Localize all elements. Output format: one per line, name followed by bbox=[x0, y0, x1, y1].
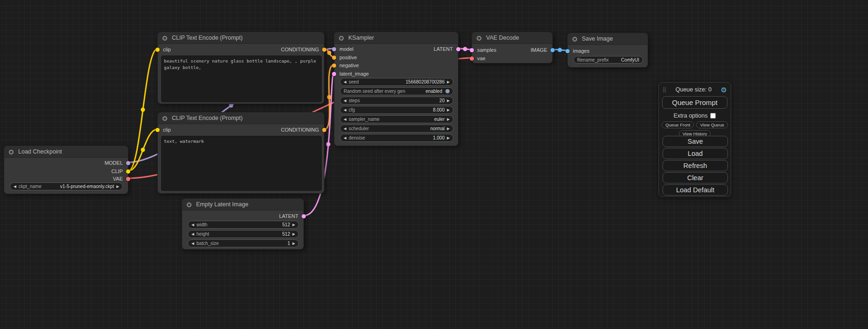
latent-image-input-dot[interactable] bbox=[332, 72, 336, 76]
node-title-bar[interactable]: Load Checkpoint bbox=[4, 146, 128, 158]
node-clip-text-encode-positive[interactable]: CLIP Text Encode (Prompt) clip CONDITION… bbox=[157, 32, 325, 104]
node-clip-text-encode-negative[interactable]: CLIP Text Encode (Prompt) clip CONDITION… bbox=[157, 112, 325, 194]
steps-widget[interactable]: ◀ steps 20 ▶ bbox=[340, 97, 453, 105]
height-widget[interactable]: ◀ height 512 ▶ bbox=[188, 230, 299, 238]
increment-arrow-icon[interactable]: ▶ bbox=[447, 99, 450, 103]
increment-arrow-icon[interactable]: ▶ bbox=[447, 127, 450, 131]
filename-prefix-widget[interactable]: filename_prefix ComfyUI bbox=[573, 56, 643, 63]
vae-input-dot[interactable] bbox=[470, 56, 474, 61]
negative-input-dot[interactable] bbox=[332, 63, 336, 68]
widget-value: 156680208700286 bbox=[406, 79, 445, 84]
vae-output-dot[interactable] bbox=[126, 177, 130, 181]
decrement-arrow-icon[interactable]: ◀ bbox=[344, 99, 346, 103]
node-title-bar[interactable]: CLIP Text Encode (Prompt) bbox=[157, 112, 325, 124]
queue-prompt-button[interactable]: Queue Prompt bbox=[662, 96, 727, 109]
node-title: CLIP Text Encode (Prompt) bbox=[172, 112, 243, 124]
clear-button[interactable]: Clear bbox=[663, 172, 728, 183]
decrement-arrow-icon[interactable]: ◀ bbox=[344, 127, 346, 131]
decrement-arrow-icon[interactable]: ◀ bbox=[344, 118, 346, 121]
queue-front-button[interactable]: Queue Front bbox=[662, 121, 694, 128]
node-title-bar[interactable]: Save Image bbox=[567, 33, 648, 45]
model-input-dot[interactable] bbox=[332, 47, 336, 51]
node-title-bar[interactable]: CLIP Text Encode (Prompt) bbox=[157, 32, 325, 44]
node-collapse-dot[interactable] bbox=[162, 116, 167, 121]
increment-arrow-icon[interactable]: ▶ bbox=[116, 185, 119, 189]
negative-prompt-textarea[interactable]: text, watermark bbox=[161, 136, 322, 191]
samples-input-dot[interactable] bbox=[470, 48, 474, 52]
width-widget[interactable]: ◀ width 512 ▶ bbox=[188, 221, 299, 229]
load-button[interactable]: Load bbox=[663, 148, 728, 159]
node-title-bar[interactable]: KSampler bbox=[334, 32, 459, 44]
increment-arrow-icon[interactable]: ▶ bbox=[447, 136, 450, 140]
increment-arrow-icon[interactable]: ▶ bbox=[447, 118, 450, 121]
decrement-arrow-icon[interactable]: ◀ bbox=[191, 242, 194, 245]
clip-input-dot[interactable] bbox=[155, 128, 160, 132]
positive-prompt-textarea[interactable]: beautiful scenery nature glass bottle la… bbox=[161, 56, 322, 102]
wire-clip-positive bbox=[128, 49, 157, 171]
decrement-arrow-icon[interactable]: ◀ bbox=[14, 185, 16, 189]
node-empty-latent-image[interactable]: Empty Latent Image LATENT ◀ width 512 ▶ … bbox=[182, 198, 304, 250]
widget-label: ckpt_name bbox=[19, 184, 42, 189]
node-title-bar[interactable]: Empty Latent Image bbox=[182, 198, 304, 210]
increment-arrow-icon[interactable]: ▶ bbox=[447, 108, 450, 112]
save-button[interactable]: Save bbox=[663, 136, 728, 147]
node-collapse-dot[interactable] bbox=[339, 36, 344, 41]
positive-input-dot[interactable] bbox=[332, 56, 336, 60]
node-collapse-dot[interactable] bbox=[477, 36, 481, 41]
widget-label: width bbox=[197, 222, 207, 227]
view-queue-button[interactable]: View Queue bbox=[696, 121, 728, 128]
latent-image-input-slot: latent_image bbox=[332, 70, 369, 77]
denoise-widget[interactable]: ◀ denoise 1.000 ▶ bbox=[340, 134, 453, 142]
decrement-arrow-icon[interactable]: ◀ bbox=[191, 232, 194, 236]
widget-value: 1.000 bbox=[433, 135, 445, 140]
sampler-name-widget[interactable]: ◀ sampler_name euler ▶ bbox=[340, 115, 453, 123]
increment-arrow-icon[interactable]: ▶ bbox=[292, 223, 295, 227]
latent-output-dot[interactable] bbox=[456, 47, 460, 51]
drag-handle-icon[interactable]: ⣿ bbox=[663, 87, 666, 93]
widget-label: height bbox=[197, 231, 209, 237]
latent-output-dot[interactable] bbox=[302, 214, 306, 218]
node-collapse-dot[interactable] bbox=[187, 203, 191, 207]
image-output-dot[interactable] bbox=[550, 48, 555, 52]
link-midpoint-dot bbox=[141, 108, 145, 112]
clip-output-dot[interactable] bbox=[126, 169, 130, 174]
toggle-indicator-dot[interactable] bbox=[445, 89, 450, 93]
queue-actions-row: Queue Front View Queue bbox=[659, 121, 731, 128]
load-default-button[interactable]: Load Default bbox=[663, 184, 728, 196]
clip-input-dot[interactable] bbox=[155, 48, 160, 52]
increment-arrow-icon[interactable]: ▶ bbox=[292, 232, 295, 236]
decrement-arrow-icon[interactable]: ◀ bbox=[344, 136, 346, 140]
decrement-arrow-icon[interactable]: ◀ bbox=[191, 223, 194, 227]
conditioning-output-dot[interactable] bbox=[322, 48, 326, 52]
batch-size-widget[interactable]: ◀ batch_size 1 ▶ bbox=[188, 239, 299, 247]
increment-arrow-icon[interactable]: ▶ bbox=[292, 242, 295, 245]
widget-value: 512 bbox=[282, 231, 290, 237]
extra-options-checkbox[interactable] bbox=[710, 113, 716, 119]
node-collapse-dot[interactable] bbox=[572, 37, 577, 42]
ckpt-name-widget[interactable]: ◀ ckpt_name v1-5-pruned-emaonly.ckpt ▶ bbox=[10, 182, 123, 190]
refresh-button[interactable]: Refresh bbox=[663, 160, 728, 171]
cfg-widget[interactable]: ◀ cfg 8.000 ▶ bbox=[340, 106, 453, 114]
node-ksampler[interactable]: KSampler model positive negative latent_… bbox=[334, 32, 459, 146]
settings-gear-icon[interactable]: ⚙ bbox=[721, 86, 727, 93]
seed-widget[interactable]: ◀ seed 156680208700286 ▶ bbox=[340, 78, 453, 86]
node-save-image[interactable]: Save Image images filename_prefix ComfyU… bbox=[567, 33, 648, 68]
node-title-bar[interactable]: VAE Decode bbox=[472, 32, 553, 44]
increment-arrow-icon[interactable]: ▶ bbox=[447, 80, 450, 84]
conditioning-output-dot[interactable] bbox=[322, 128, 326, 132]
widget-value: v1-5-pruned-emaonly.ckpt bbox=[60, 184, 114, 189]
node-vae-decode[interactable]: VAE Decode samples vae IMAGE bbox=[472, 32, 553, 63]
node-load-checkpoint[interactable]: Load Checkpoint MODEL CLIP VAE ◀ ckpt_na… bbox=[4, 146, 128, 194]
slot-label: CONDITIONING bbox=[281, 47, 319, 52]
node-collapse-dot[interactable] bbox=[9, 150, 14, 154]
model-output-dot[interactable] bbox=[126, 161, 130, 165]
images-input-dot[interactable] bbox=[565, 49, 570, 53]
slot-label: latent_image bbox=[339, 71, 369, 77]
decrement-arrow-icon[interactable]: ◀ bbox=[344, 108, 346, 112]
scheduler-widget[interactable]: ◀ scheduler normal ▶ bbox=[340, 125, 453, 133]
node-graph-canvas[interactable]: Load Checkpoint MODEL CLIP VAE ◀ ckpt_na… bbox=[0, 0, 868, 329]
decrement-arrow-icon[interactable]: ◀ bbox=[344, 80, 346, 84]
widget-value: 512 bbox=[282, 222, 290, 227]
random-seed-toggle-widget[interactable]: Random seed after every gen enabled bbox=[340, 87, 453, 95]
node-collapse-dot[interactable] bbox=[162, 36, 167, 41]
